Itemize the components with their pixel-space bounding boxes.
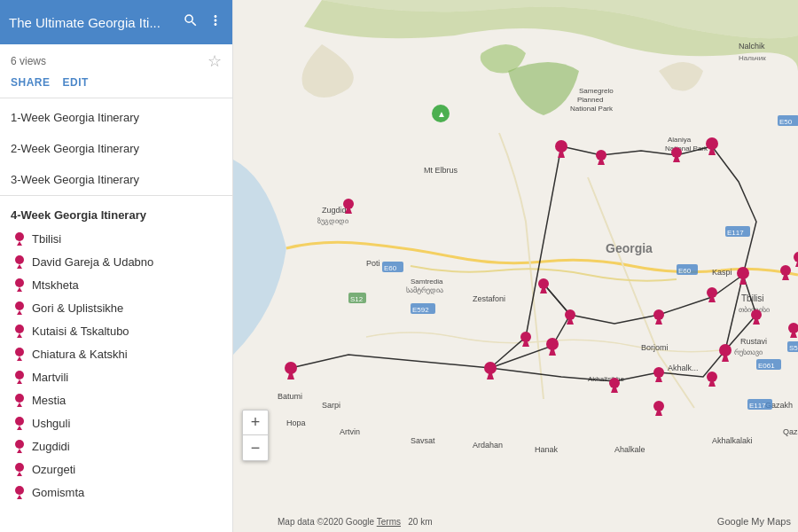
place-label-6: Martvili [32, 371, 68, 384]
place-label-4: Kutaisi & Tskaltubo [32, 325, 129, 338]
svg-marker-21 [17, 472, 22, 476]
place-item-10[interactable]: Ozurgeti [0, 458, 232, 481]
terms-link[interactable]: Terms [377, 517, 401, 527]
svg-marker-23 [17, 495, 22, 499]
svg-text:Zugdidi: Zugdidi [322, 206, 348, 215]
svg-marker-19 [17, 449, 22, 453]
svg-point-0 [15, 232, 24, 241]
place-item-9[interactable]: Zugdidi [0, 434, 232, 458]
svg-point-20 [15, 463, 24, 472]
sidebar-item-2week[interactable]: 2-Week Georgia Itinerary [0, 133, 232, 164]
svg-point-16 [15, 417, 24, 426]
place-item-0[interactable]: Tbilisi [0, 227, 232, 250]
place-label-10: Ozurgeti [32, 463, 75, 476]
place-label-0: Tbilisi [32, 232, 61, 246]
svg-point-6 [15, 301, 24, 310]
svg-text:Borjomi: Borjomi [641, 343, 669, 352]
place-pin-icon-11 [14, 485, 25, 499]
svg-text:National Park: National Park [570, 105, 614, 113]
place-item-7[interactable]: Mestia [0, 388, 232, 411]
zoom-out-button[interactable]: − [243, 435, 268, 460]
place-item-5[interactable]: Chiatura & Katskhi [0, 342, 232, 365]
place-label-8: Ushguli [32, 417, 70, 430]
svg-point-8 [15, 325, 24, 333]
place-item-8[interactable]: Ushguli [0, 411, 232, 434]
place-item-3[interactable]: Gori & Uplistsikhe [0, 296, 232, 319]
svg-marker-3 [17, 264, 22, 269]
svg-marker-13 [17, 379, 22, 384]
divider-2 [0, 195, 232, 196]
map-data-attribution: Map data ©2020 Google Terms 20 km [278, 517, 433, 527]
svg-text:E60: E60 [678, 267, 692, 275]
place-label-2: Mtskheta [32, 278, 79, 292]
svg-text:E50: E50 [779, 118, 793, 126]
place-label-7: Mestia [32, 394, 66, 407]
svg-point-10 [15, 348, 24, 356]
views-count: 6 views [11, 55, 46, 67]
svg-marker-15 [17, 403, 22, 407]
place-item-11[interactable]: Gomismta [0, 481, 232, 504]
place-pin-icon-6 [14, 370, 25, 384]
place-label-5: Chiatura & Katskhi [32, 348, 128, 361]
svg-text:რუსთავი: რუსთავი [734, 348, 763, 356]
svg-text:Artvin: Artvin [340, 427, 360, 436]
header-bar: The Ultimate Georgia Iti... [0, 0, 232, 44]
svg-marker-17 [17, 426, 22, 430]
svg-text:E60: E60 [384, 264, 397, 272]
place-label-1: David Gareja & Udabno [32, 255, 153, 269]
svg-text:E117: E117 [727, 229, 744, 237]
svg-text:ზუგდიდი: ზუგდიდი [317, 217, 348, 225]
svg-text:Hanak: Hanak [535, 445, 559, 454]
place-pin-icon-4 [14, 324, 25, 338]
svg-text:Savsat: Savsat [411, 436, 435, 445]
star-icon[interactable]: ☆ [207, 51, 222, 71]
svg-marker-9 [17, 333, 22, 338]
svg-marker-5 [17, 287, 22, 292]
edit-button[interactable]: EDIT [63, 76, 89, 89]
header-icons [183, 12, 223, 33]
svg-text:Rustavi: Rustavi [740, 337, 767, 346]
svg-text:Нальчик: Нальчик [739, 54, 766, 62]
svg-text:Akhalk...: Akhalk... [668, 364, 699, 372]
more-options-icon[interactable] [207, 12, 223, 33]
place-item-4[interactable]: Kutaisi & Tskaltubo [0, 319, 232, 342]
svg-text:Georgia: Georgia [606, 241, 653, 255]
svg-marker-11 [17, 356, 22, 361]
place-pin-icon-8 [14, 416, 25, 430]
svg-text:E117: E117 [749, 402, 766, 410]
place-item-2[interactable]: Mtskheta [0, 273, 232, 296]
place-pin-icon-1 [14, 254, 25, 269]
svg-marker-1 [17, 241, 22, 246]
svg-text:Batumi: Batumi [278, 392, 302, 401]
svg-text:Alaniya: Alaniya [668, 136, 692, 144]
svg-text:Sarpi: Sarpi [322, 401, 340, 410]
section-header-4week: 4-Week Georgia Itinerary [0, 200, 232, 227]
document-title: The Ultimate Georgia Iti... [9, 15, 183, 30]
place-label-3: Gori & Uplistsikhe [32, 301, 123, 315]
place-item-6[interactable]: Martvili [0, 365, 232, 388]
svg-text:სამტრედია: სამტრედია [406, 286, 443, 294]
svg-point-14 [15, 394, 24, 403]
places-list: Tbilisi David Gareja & Udabno Mtskheta [0, 227, 232, 504]
map-background: Mt Elbrus Nalchik Нальчик Alaniya Nation… [233, 0, 798, 532]
svg-point-18 [15, 440, 24, 449]
share-button[interactable]: SHARE [11, 76, 51, 89]
svg-point-4 [15, 278, 24, 287]
svg-text:Akhalkalaki: Akhalkalaki [712, 436, 753, 445]
map-area[interactable]: Mt Elbrus Nalchik Нальчик Alaniya Nation… [233, 0, 798, 532]
svg-text:Ardahan: Ardahan [473, 441, 503, 450]
svg-text:S12: S12 [350, 295, 364, 303]
place-label-11: Gomismta [32, 486, 84, 499]
svg-text:Ahalkale: Ahalkale [614, 445, 645, 454]
place-pin-icon-10 [14, 462, 25, 476]
place-pin-icon-2 [14, 278, 25, 292]
place-pin-icon-5 [14, 347, 25, 361]
sidebar-item-1week[interactable]: 1-Week Georgia Itinerary [0, 102, 232, 133]
zoom-in-button[interactable]: + [243, 411, 268, 435]
action-buttons: SHARE EDIT [0, 74, 232, 98]
place-item-1[interactable]: David Gareja & Udabno [0, 250, 232, 273]
place-pin-icon-0 [14, 231, 25, 246]
sidebar-item-3week[interactable]: 3-Week Georgia Itinerary [0, 164, 232, 195]
place-pin-icon-7 [14, 393, 25, 407]
search-icon[interactable] [183, 12, 199, 33]
